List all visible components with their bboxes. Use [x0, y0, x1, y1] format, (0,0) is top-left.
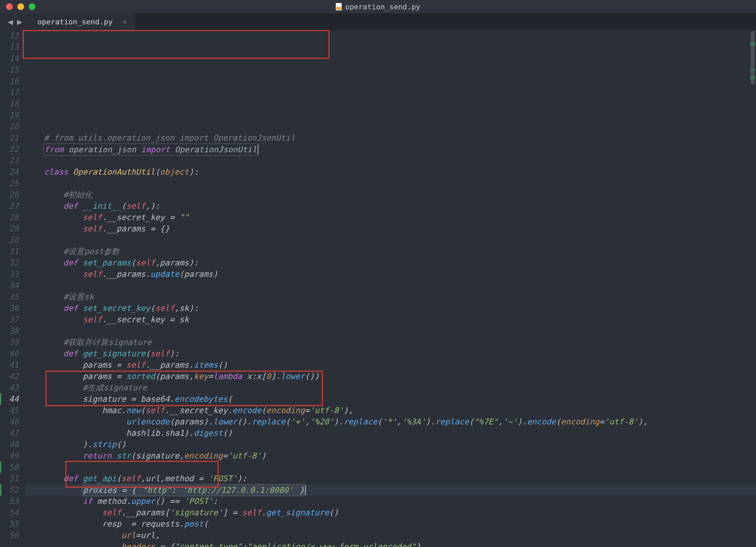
- code-line[interactable]: [25, 234, 756, 246]
- code-line[interactable]: params = self.__params.items(): [25, 359, 756, 371]
- code-line[interactable]: signature = base64.encodebytes(: [25, 393, 756, 405]
- line-number: 20: [0, 121, 19, 132]
- line-number: 24: [0, 166, 19, 178]
- code-line[interactable]: [25, 178, 756, 189]
- line-number: 14: [0, 53, 19, 64]
- code-line[interactable]: hashlib.sha1).digest(): [25, 427, 756, 439]
- code-line[interactable]: return str(signature,encoding='utf-8'): [25, 450, 756, 462]
- code-line[interactable]: def __init__(self,):: [25, 200, 756, 212]
- code-editor[interactable]: 1213141516171819202122232425262728293031…: [0, 30, 756, 547]
- window-title-text: operation_send.py: [345, 3, 420, 11]
- code-line[interactable]: def set_params(self,params):: [25, 257, 756, 268]
- line-number: 28: [0, 212, 19, 223]
- scroll-marker: [750, 45, 755, 46]
- line-number: 42: [0, 371, 19, 382]
- window-titlebar: operation_send.py: [0, 0, 756, 13]
- vertical-scrollbar[interactable]: [750, 30, 755, 547]
- close-window-button[interactable]: [6, 3, 13, 10]
- python-file-icon: [336, 3, 342, 10]
- code-line[interactable]: self.__secret_key = sk: [25, 314, 756, 325]
- code-line[interactable]: from operation_json import OperationJson…: [25, 144, 756, 155]
- line-number: 40: [0, 348, 19, 359]
- nav-back-icon[interactable]: ◀: [8, 17, 13, 27]
- code-line[interactable]: urlencode(params).lower().replace('+','%…: [25, 416, 756, 427]
- line-number: 15: [0, 64, 19, 75]
- nav-forward-icon[interactable]: ▶: [17, 17, 22, 27]
- code-line[interactable]: #初始化: [25, 189, 756, 200]
- code-line[interactable]: headers = {"content-type":"application/x…: [25, 541, 756, 547]
- scroll-marker: [750, 69, 755, 70]
- line-number: 39: [0, 337, 19, 348]
- line-number: 52: [0, 484, 19, 496]
- traffic-lights: [0, 3, 35, 10]
- line-number: 25: [0, 178, 19, 189]
- line-number: 26: [0, 189, 19, 200]
- line-number: 45: [0, 405, 19, 416]
- line-number: 29: [0, 223, 19, 234]
- code-line[interactable]: url=url,: [25, 530, 756, 541]
- line-number: 41: [0, 359, 19, 371]
- code-line[interactable]: if method.upper() == 'POST':: [25, 496, 756, 507]
- code-line[interactable]: proxies = {·"http":·'http://127.0.0.1:80…: [25, 484, 756, 496]
- code-line[interactable]: [25, 325, 756, 337]
- window-title: operation_send.py: [336, 3, 420, 11]
- code-line[interactable]: resp = requests.post(: [25, 518, 756, 530]
- line-number: 54: [0, 507, 19, 518]
- scroll-marker: [750, 76, 755, 77]
- line-number: 50: [0, 462, 19, 473]
- line-number: 22: [0, 144, 19, 155]
- close-icon[interactable]: ×: [123, 18, 127, 26]
- code-line[interactable]: ).strip(): [25, 439, 756, 450]
- line-number: 43: [0, 382, 19, 393]
- line-number: 47: [0, 427, 19, 439]
- line-number: 30: [0, 234, 19, 246]
- code-line[interactable]: self.__secret_key = "": [25, 212, 756, 223]
- code-line[interactable]: hmac.new(self.__secret_key.encode(encodi…: [25, 405, 756, 416]
- code-line[interactable]: #设置post参数: [25, 246, 756, 257]
- code-line[interactable]: def set_secret_key(self,sk):: [25, 303, 756, 314]
- line-number: 35: [0, 291, 19, 303]
- line-number: 23: [0, 155, 19, 166]
- line-number: 38: [0, 325, 19, 337]
- scroll-marker: [750, 78, 755, 79]
- code-line[interactable]: def get_api(self,url,method = 'POST'):: [25, 473, 756, 484]
- code-line[interactable]: # from utils.operation_json import Opera…: [25, 132, 756, 144]
- tab-label: operation_send.py: [37, 18, 113, 26]
- tab-bar: ◀ ▶ operation_send.py ×: [0, 13, 756, 30]
- line-number: 19: [0, 110, 19, 121]
- line-number: 44: [0, 393, 19, 405]
- line-number: 33: [0, 268, 19, 280]
- line-number: 34: [0, 280, 19, 291]
- line-number: 36: [0, 303, 19, 314]
- line-number: 27: [0, 200, 19, 212]
- line-number-gutter: 1213141516171819202122232425262728293031…: [0, 30, 25, 547]
- line-number: 18: [0, 98, 19, 110]
- line-number: 46: [0, 416, 19, 427]
- code-line[interactable]: class OperationAuthUtil(object):: [25, 166, 756, 178]
- code-area[interactable]: # from utils.operation_json import Opera…: [25, 30, 756, 547]
- code-line[interactable]: [25, 462, 756, 473]
- line-number: 37: [0, 314, 19, 325]
- code-line[interactable]: self.__params = {}: [25, 223, 756, 234]
- zoom-window-button[interactable]: [29, 3, 35, 10]
- code-line[interactable]: params = sorted(params,key=lambda x:x[0]…: [25, 371, 756, 382]
- line-number: 13: [0, 41, 19, 53]
- annotation-box-1: [23, 30, 330, 59]
- code-line[interactable]: [25, 121, 756, 132]
- code-line[interactable]: def get_signature(self):: [25, 348, 756, 359]
- tab-operation-send[interactable]: operation_send.py ×: [30, 13, 136, 30]
- line-number: 31: [0, 246, 19, 257]
- code-line[interactable]: [25, 280, 756, 291]
- line-number: 32: [0, 257, 19, 268]
- code-line[interactable]: #生成signature: [25, 382, 756, 393]
- code-line[interactable]: #设置sk: [25, 291, 756, 303]
- line-number: 55: [0, 518, 19, 530]
- code-line[interactable]: #获取并计算signature: [25, 337, 756, 348]
- line-number: 16: [0, 75, 19, 87]
- line-number: 49: [0, 450, 19, 462]
- code-line[interactable]: self.__params['signature'] = self.get_si…: [25, 507, 756, 518]
- code-line[interactable]: [25, 155, 756, 166]
- line-number: 21: [0, 132, 19, 144]
- minimize-window-button[interactable]: [17, 3, 24, 10]
- code-line[interactable]: self.__params.update(params): [25, 268, 756, 280]
